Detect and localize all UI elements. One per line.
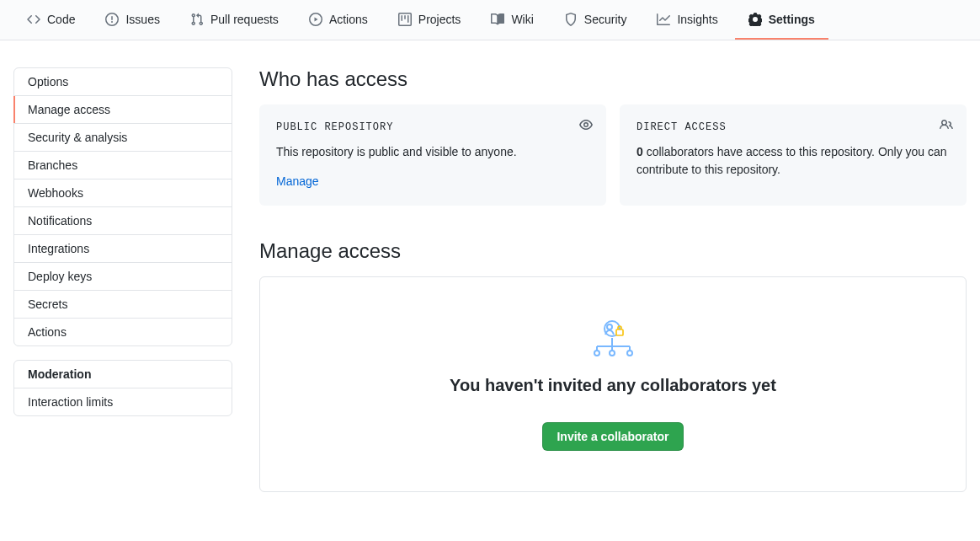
svg-point-5 [627,351,632,356]
moderation-heading: Moderation [14,361,232,388]
tab-label: Insights [677,13,717,26]
shield-icon [564,13,578,26]
access-cards: PUBLIC REPOSITORY This repository is pub… [259,104,967,206]
invite-collaborator-button[interactable]: Invite a collaborator [542,422,683,451]
tab-actions[interactable]: Actions [296,0,381,40]
tab-projects[interactable]: Projects [385,0,475,40]
git-pull-request-icon [190,13,204,26]
moderation-menu: Moderation Interaction limits [13,360,232,416]
svg-rect-2 [616,329,623,335]
book-icon [491,13,504,26]
repo-tabnav: Code Issues Pull requests Actions Projec… [0,0,980,40]
tab-label: Code [47,13,75,26]
sidebar-item-deploy-keys[interactable]: Deploy keys [14,263,232,291]
public-repo-body: This repository is public and visible to… [276,143,589,161]
blankslate-title: You haven't invited any collaborators ye… [287,376,939,395]
issue-icon [105,13,119,26]
tab-code[interactable]: Code [13,0,88,40]
manage-access-heading: Manage access [259,239,967,263]
public-repo-title: PUBLIC REPOSITORY [276,121,589,133]
sidebar-item-manage-access[interactable]: Manage access [14,96,232,124]
direct-access-card: DIRECT ACCESS 0 collaborators have acces… [620,104,967,206]
sidebar-item-branches[interactable]: Branches [14,152,232,179]
collaborator-count: 0 [636,145,643,158]
gear-icon [748,13,762,26]
public-repo-card: PUBLIC REPOSITORY This repository is pub… [259,104,606,206]
tab-label: Wiki [511,13,533,26]
tab-label: Projects [418,13,461,26]
sidebar-item-webhooks[interactable]: Webhooks [14,179,232,207]
settings-menu: Options Manage access Security & analysi… [13,67,232,346]
tab-security[interactable]: Security [551,0,641,40]
tab-wiki[interactable]: Wiki [477,0,546,40]
eye-icon [579,118,593,134]
sidebar-item-interaction-limits[interactable]: Interaction limits [14,388,232,415]
tab-label: Pull requests [210,13,279,26]
collaborators-blankslate: You haven't invited any collaborators ye… [259,276,967,492]
project-icon [398,13,412,26]
svg-point-4 [610,351,615,356]
tab-label: Actions [329,13,368,26]
tab-label: Settings [769,13,815,26]
people-icon [940,118,953,134]
graph-icon [657,13,670,26]
code-icon [27,13,40,26]
direct-access-title: DIRECT ACCESS [636,121,950,133]
sidebar-item-integrations[interactable]: Integrations [14,235,232,263]
manage-visibility-link[interactable]: Manage [276,174,319,188]
tab-insights[interactable]: Insights [643,0,731,40]
svg-point-1 [607,324,612,329]
sidebar-item-secrets[interactable]: Secrets [14,291,232,319]
main-content: Who has access PUBLIC REPOSITORY This re… [259,67,967,492]
tab-label: Issues [125,13,159,26]
sidebar-item-security-analysis[interactable]: Security & analysis [14,124,232,152]
sidebar-item-options[interactable]: Options [14,68,232,96]
tab-label: Security [584,13,627,26]
sidebar-item-actions[interactable]: Actions [14,319,232,345]
settings-sidebar: Options Manage access Security & analysi… [13,67,232,492]
sidebar-item-notifications[interactable]: Notifications [14,207,232,235]
direct-access-body: 0 collaborators have access to this repo… [636,143,950,179]
play-icon [309,13,322,26]
who-has-access-heading: Who has access [259,67,967,91]
tab-issues[interactable]: Issues [92,0,173,40]
tab-settings[interactable]: Settings [735,0,828,40]
collaborator-network-icon [589,318,636,360]
tab-pulls[interactable]: Pull requests [177,0,292,40]
svg-point-3 [594,351,599,356]
